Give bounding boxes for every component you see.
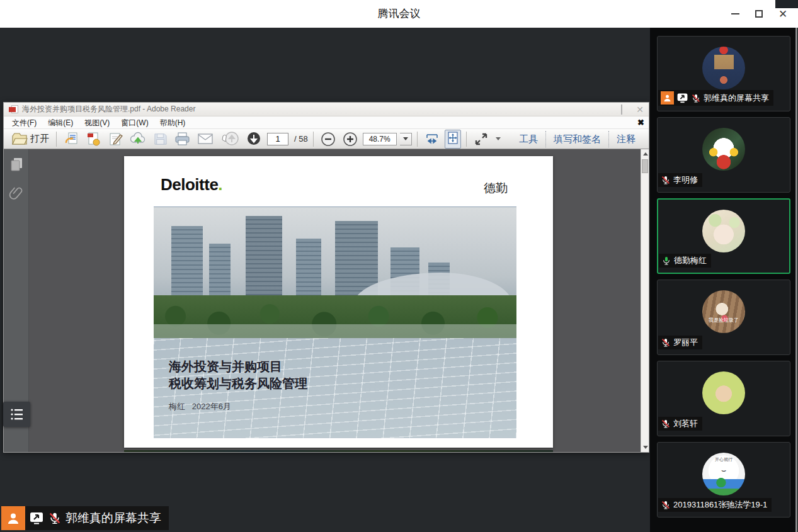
participant-name: 刘茗轩 — [673, 418, 698, 429]
close-icon: ✕ — [778, 9, 787, 20]
avatar — [702, 371, 745, 414]
meeting-titlebar: 腾讯会议 ✕ — [0, 0, 798, 28]
thumbnail-list-button[interactable] — [3, 402, 30, 427]
document-canvas[interactable]: Deloitte. 德勤 海外投资与并购项目 — [29, 149, 641, 452]
minimize-button[interactable] — [726, 5, 744, 23]
next-page-button[interactable] — [244, 130, 264, 148]
zoom-dropdown-button[interactable] — [400, 133, 412, 145]
slide-byline: 梅红 2022年6月 — [169, 401, 231, 412]
list-icon — [9, 407, 25, 421]
avatar: 我是捡垃圾了 — [702, 290, 745, 333]
next-page-edge — [124, 450, 553, 452]
participant-tile[interactable]: 我是捡垃圾了 罗丽平 — [657, 280, 790, 355]
toolbar-more-button[interactable] — [494, 130, 503, 148]
screen-share-icon — [676, 92, 688, 104]
presenter-badge — [1, 506, 25, 530]
participant-tile-active-speaker[interactable]: 德勤梅红 — [657, 198, 790, 274]
reader-close-button[interactable]: ✕ — [636, 105, 644, 114]
scrollbar-thumb[interactable] — [642, 159, 648, 173]
avatar — [702, 210, 745, 252]
participant-name: 郭维真的屏幕共享 — [704, 93, 769, 104]
cover-photo: 海外投资与并购项目 税收筹划与税务风险管理 梅红 2022年6月 — [154, 207, 516, 438]
deloitte-logo: Deloitte. — [161, 175, 222, 195]
participant-name: 李明修 — [673, 174, 698, 186]
maximize-button[interactable] — [750, 5, 768, 23]
reader-restore-button[interactable] — [621, 106, 622, 113]
attachments-paperclip-icon[interactable] — [6, 184, 26, 205]
chevron-down-icon — [496, 137, 501, 140]
page-thumbnails-icon[interactable] — [9, 157, 23, 172]
zoom-in-button[interactable] — [341, 130, 360, 148]
reading-mode-button[interactable] — [472, 130, 491, 148]
reader-titlebar[interactable]: 海外投资并购项目税务风险管理.pdf - Adobe Reader ✕ — [4, 103, 649, 116]
avatar-caption: 开心就行 — [702, 456, 745, 463]
sign-document-button[interactable] — [106, 130, 125, 148]
chevron-down-icon — [403, 137, 408, 140]
minimize-icon — [731, 13, 739, 14]
print-button[interactable] — [173, 130, 192, 148]
zoom-value[interactable]: 48.7% — [363, 133, 397, 145]
mic-muted-icon — [661, 175, 671, 185]
pdf-page: Deloitte. 德勤 海外投资与并购项目 — [124, 156, 553, 448]
menu-window[interactable]: 窗口(W) — [115, 116, 154, 129]
participant-tile[interactable]: 郭维真的屏幕共享 — [657, 36, 790, 111]
corner-overlay-tab — [775, 0, 798, 8]
participant-tile[interactable]: 刘茗轩 — [657, 361, 790, 436]
cloud-upload-button[interactable] — [128, 130, 148, 148]
previous-page-icon — [220, 131, 239, 147]
menu-help[interactable]: 帮助(H) — [154, 116, 191, 129]
sidebar-scrollbar[interactable] — [795, 28, 797, 532]
tools-panel-button[interactable]: 工具 — [511, 131, 545, 147]
restore-icon — [621, 105, 622, 115]
menu-file[interactable]: 文件(F) — [6, 116, 42, 129]
avatar-caption: 我是捡垃圾了 — [702, 317, 745, 324]
previous-page-button[interactable] — [219, 130, 241, 148]
avatar — [702, 47, 745, 89]
open-label: 打开 — [30, 133, 49, 145]
person-icon — [6, 511, 21, 526]
menu-edit[interactable]: 编辑(E) — [42, 116, 79, 129]
next-page-icon — [246, 131, 262, 147]
fit-width-button[interactable] — [423, 130, 442, 148]
participants-sidebar: 郭维真的屏幕共享 李明修 德勤梅红 我是捡垃圾了 — [650, 28, 798, 532]
mic-muted-icon — [48, 511, 62, 525]
scroll-up-icon[interactable] — [643, 152, 648, 156]
mic-on-icon — [661, 256, 671, 266]
email-button[interactable] — [195, 130, 215, 148]
mic-muted-icon — [691, 93, 701, 103]
mic-muted-icon — [661, 337, 671, 348]
screen-share-icon — [29, 511, 44, 526]
scroll-down-icon[interactable] — [643, 446, 648, 449]
menubar-close-icon[interactable]: ✖ — [637, 116, 644, 129]
participant-tile[interactable]: 开心就行 ⌣ 2019311861张驰法学19-1 — [657, 442, 790, 518]
pdf-file-icon — [9, 105, 18, 114]
mic-muted-icon — [661, 419, 671, 429]
create-pdf-button[interactable] — [84, 130, 103, 148]
page-total-label: / 58 — [294, 134, 308, 144]
app-title: 腾讯会议 — [0, 0, 798, 28]
avatar: 开心就行 ⌣ — [702, 453, 745, 495]
open-button[interactable]: 打开 — [9, 130, 51, 148]
participant-name: 德勤梅红 — [674, 255, 707, 266]
convert-pdf-button[interactable] — [62, 130, 81, 148]
maximize-icon — [755, 10, 763, 18]
fit-width-icon — [425, 132, 440, 146]
expand-arrows-icon — [474, 132, 489, 147]
create-pdf-icon — [86, 132, 101, 147]
screen-share-banner: 郭维真的屏幕共享 — [1, 506, 169, 530]
document-scrollbar[interactable] — [641, 149, 649, 452]
reader-toolbar: 打开 — [4, 129, 649, 149]
page-number-input[interactable] — [267, 133, 288, 145]
zoom-out-button[interactable] — [319, 130, 338, 148]
fill-sign-panel-button[interactable]: 填写和签名 — [545, 131, 608, 147]
sign-pen-icon — [108, 132, 123, 147]
menu-view[interactable]: 视图(V) — [79, 116, 115, 129]
fit-page-button[interactable] — [445, 130, 461, 149]
presenter-badge — [661, 91, 674, 105]
mic-muted-icon — [661, 500, 671, 510]
participant-tile[interactable]: 李明修 — [657, 117, 790, 193]
comment-panel-button[interactable]: 注释 — [608, 131, 643, 147]
save-icon — [153, 132, 168, 146]
save-button[interactable] — [151, 130, 169, 148]
slide-title: 海外投资与并购项目 税收筹划与税务风险管理 — [169, 358, 307, 392]
